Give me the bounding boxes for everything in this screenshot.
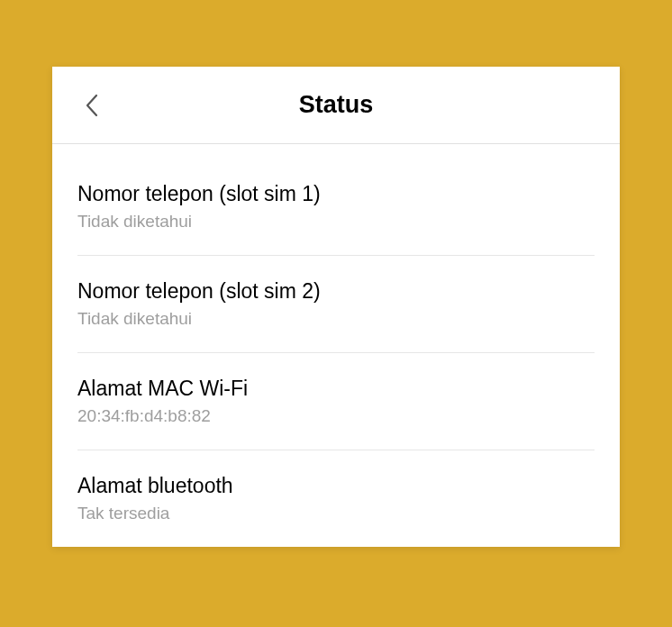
status-card: Status Nomor telepon (slot sim 1) Tidak … [52, 67, 620, 547]
list-item[interactable]: Nomor telepon (slot sim 2) Tidak diketah… [77, 256, 595, 353]
back-button[interactable] [77, 91, 106, 120]
item-label: Alamat bluetooth [77, 474, 595, 498]
item-value: Tidak diketahui [77, 309, 595, 329]
item-value: Tidak diketahui [77, 212, 595, 232]
page-title: Status [299, 91, 374, 119]
chevron-left-icon [85, 93, 99, 118]
item-label: Alamat MAC Wi-Fi [77, 377, 595, 401]
header: Status [52, 67, 620, 144]
item-value: Tak tersedia [77, 504, 595, 523]
list-item[interactable]: Alamat bluetooth Tak tersedia [77, 450, 595, 547]
status-list: Nomor telepon (slot sim 1) Tidak diketah… [52, 144, 620, 547]
list-item[interactable]: Alamat MAC Wi-Fi 20:34:fb:d4:b8:82 [77, 353, 595, 450]
list-item[interactable]: Nomor telepon (slot sim 1) Tidak diketah… [77, 159, 595, 256]
item-label: Nomor telepon (slot sim 2) [77, 279, 595, 304]
item-label: Nomor telepon (slot sim 1) [77, 182, 595, 206]
spacer [77, 144, 595, 159]
item-value: 20:34:fb:d4:b8:82 [77, 406, 595, 426]
